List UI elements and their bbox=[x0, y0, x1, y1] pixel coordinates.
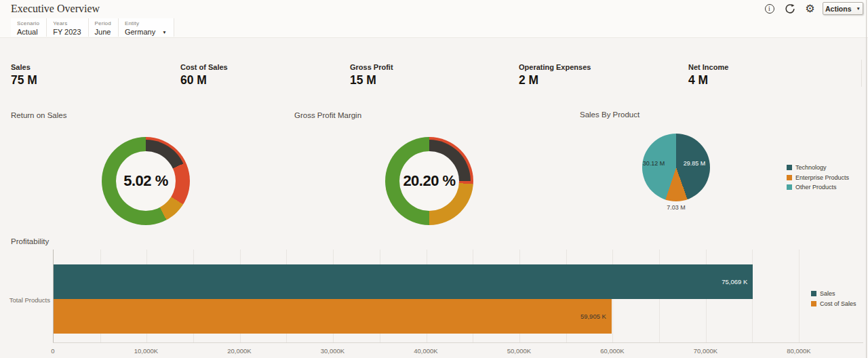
legend-item-cost-of-sales[interactable]: Cost of Sales bbox=[811, 300, 856, 307]
sales-by-product-title: Sales By Product bbox=[580, 111, 639, 119]
pie-legend: Technology Enterprise Products Other Pro… bbox=[787, 164, 849, 194]
kpi-row-divider bbox=[861, 60, 862, 87]
x-axis-tick-label: 60,000K bbox=[600, 347, 624, 355]
kpi-operating-expenses[interactable]: Operating Expenses 2 M bbox=[519, 63, 682, 87]
header-icon-group: i ⚙ bbox=[764, 3, 816, 14]
page-title: Executive Overview bbox=[11, 3, 100, 15]
gauge-value: 5.02 % bbox=[116, 151, 176, 211]
profitability-plot-area: 75,069 K 59,905 K bbox=[53, 250, 799, 342]
legend-item-sales[interactable]: Sales bbox=[811, 290, 856, 297]
refresh-icon[interactable] bbox=[784, 3, 795, 14]
settings-gear-icon[interactable]: ⚙ bbox=[804, 3, 816, 14]
kpi-gross-profit[interactable]: Gross Profit 15 M bbox=[350, 63, 513, 87]
x-axis-tick-label: 10,000K bbox=[134, 347, 158, 355]
pie-label-other-products: 30.12 M bbox=[639, 160, 669, 167]
header-bar: Executive Overview i ⚙ Actions ▼ Scenari… bbox=[0, 0, 868, 38]
legend-swatch bbox=[811, 291, 816, 296]
executive-overview-dashboard: Executive Overview i ⚙ Actions ▼ Scenari… bbox=[0, 0, 868, 358]
x-axis-tick-label: 30,000K bbox=[321, 347, 344, 355]
legend-item-other-products[interactable]: Other Products bbox=[787, 184, 849, 191]
legend-item-enterprise-products[interactable]: Enterprise Products bbox=[787, 174, 849, 181]
return-on-sales-gauge[interactable]: 5.02 % bbox=[102, 137, 190, 225]
kpi-row: Sales 75 M Cost of Sales 60 M Gross Prof… bbox=[11, 63, 862, 87]
pie-label-technology: 29.85 M bbox=[679, 160, 709, 167]
bar-sales[interactable]: 75,069 K bbox=[54, 264, 753, 299]
bar-cost-of-sales[interactable]: 59,905 K bbox=[54, 299, 612, 334]
pov-item-scenario[interactable]: Scenario Actual bbox=[11, 18, 47, 37]
pie-label-enterprise-products: 7.03 M bbox=[661, 204, 691, 211]
chevron-down-icon: ▼ bbox=[856, 6, 861, 11]
x-axis-line bbox=[53, 342, 863, 343]
kpi-sales[interactable]: Sales 75 M bbox=[11, 63, 174, 87]
x-axis-tick-label: 40,000K bbox=[414, 347, 437, 355]
pie-chart[interactable] bbox=[642, 134, 710, 201]
kpi-net-income[interactable]: Net Income 4 M bbox=[688, 63, 851, 87]
return-on-sales-title: Return on Sales bbox=[11, 111, 66, 119]
legend-swatch bbox=[787, 165, 792, 170]
kpi-cost-of-sales[interactable]: Cost of Sales 60 M bbox=[180, 63, 343, 87]
profitability-title: Profitability bbox=[11, 237, 49, 245]
info-icon[interactable]: i bbox=[764, 3, 775, 14]
legend-swatch bbox=[787, 175, 792, 180]
gross-profit-margin-gauge[interactable]: 20.20 % bbox=[385, 137, 473, 225]
gauge-value: 20.20 % bbox=[399, 151, 459, 211]
pov-item-period[interactable]: Period June bbox=[89, 18, 119, 37]
pov-item-years[interactable]: Years FY 2023 bbox=[47, 18, 88, 37]
actions-button[interactable]: Actions ▼ bbox=[823, 2, 863, 15]
right-edge-divider bbox=[866, 0, 867, 358]
chevron-down-icon[interactable]: ▼ bbox=[162, 30, 166, 35]
x-axis-tick-label: 80,000K bbox=[787, 347, 810, 355]
bar-value-label: 75,069 K bbox=[722, 278, 753, 285]
pov-bar: Scenario Actual Years FY 2023 Period Jun… bbox=[11, 18, 174, 37]
bar-value-label: 59,905 K bbox=[580, 313, 612, 320]
pov-item-entity[interactable]: Entity Germany ▼ bbox=[119, 18, 174, 37]
category-label-total-products: Total Products bbox=[0, 296, 50, 304]
legend-swatch bbox=[787, 184, 792, 190]
x-axis-tick-label: 0 bbox=[51, 347, 54, 355]
x-axis-tick-label: 50,000K bbox=[507, 347, 531, 355]
bar-legend: Sales Cost of Sales bbox=[811, 290, 856, 310]
gridline bbox=[799, 250, 800, 342]
legend-swatch bbox=[811, 301, 816, 306]
legend-item-technology[interactable]: Technology bbox=[787, 164, 849, 171]
x-axis-tick-label: 20,000K bbox=[227, 347, 251, 355]
gross-profit-margin-title: Gross Profit Margin bbox=[294, 111, 361, 119]
sales-by-product-pie: 29.85 M 30.12 M 7.03 M bbox=[642, 134, 710, 201]
x-axis-tick-label: 70,000K bbox=[694, 347, 717, 355]
